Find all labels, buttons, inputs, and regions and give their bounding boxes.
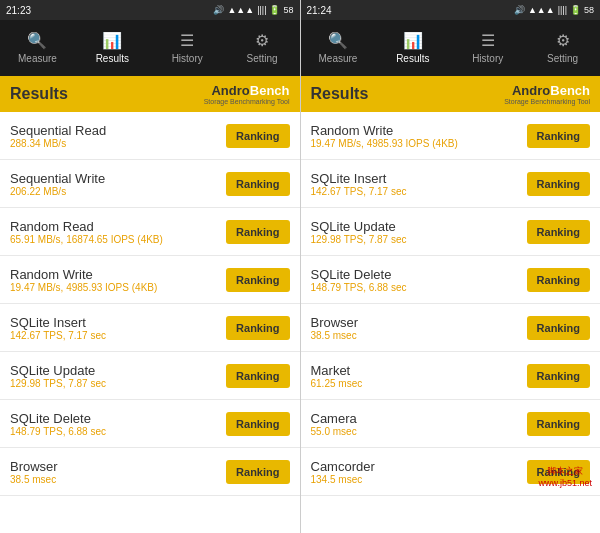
result-name: SQLite Insert [311,171,407,186]
nav-item-results[interactable]: 📊 Results [375,20,450,76]
ranking-button[interactable]: Ranking [226,124,289,148]
result-row: SQLite Delete 148.79 TPS, 6.88 sec Ranki… [301,256,601,304]
result-info: Market 61.25 msec [311,363,363,389]
ranking-button[interactable]: Ranking [226,220,289,244]
ranking-button[interactable]: Ranking [226,268,289,292]
result-value: 142.67 TPS, 7.17 sec [311,186,407,197]
ranking-button[interactable]: Ranking [226,460,289,484]
result-value: 288.34 MB/s [10,138,106,149]
wifi-icon: ▲▲▲ [528,5,555,15]
ranking-button[interactable]: Ranking [527,220,590,244]
result-info: SQLite Insert 142.67 TPS, 7.17 sec [311,171,407,197]
result-info: SQLite Delete 148.79 TPS, 6.88 sec [311,267,407,293]
nav-label-measure: Measure [318,53,357,64]
logo-andro: Andro [512,83,550,98]
result-info: Sequential Read 288.34 MB/s [10,123,106,149]
ranking-button[interactable]: Ranking [226,172,289,196]
status-icons-right: 🔊 ▲▲▲ |||| 🔋 58 [213,5,293,15]
result-value: 148.79 TPS, 6.88 sec [10,426,106,437]
nav-item-history[interactable]: ☰ History [450,20,525,76]
result-row: SQLite Update 129.98 TPS, 7.87 sec Ranki… [0,352,300,400]
result-value: 65.91 MB/s, 16874.65 IOPS (4KB) [10,234,163,245]
nav-label-setting: Setting [246,53,277,64]
result-name: Market [311,363,363,378]
result-info: Random Write 19.47 MB/s, 4985.93 IOPS (4… [10,267,157,293]
result-name: Random Write [10,267,157,282]
nav-item-measure[interactable]: 🔍 Measure [301,20,376,76]
logo-bench: Bench [250,83,290,98]
result-name: SQLite Update [10,363,106,378]
ranking-button[interactable]: Ranking [527,268,590,292]
signal-icon: |||| [558,5,567,15]
androbench-logo: AndroBench Storage Benchmarking Tool [204,83,290,105]
ranking-button[interactable]: Ranking [226,412,289,436]
result-info: Browser 38.5 msec [10,459,58,485]
result-name: Browser [311,315,359,330]
status-bar: 21:23 🔊 ▲▲▲ |||| 🔋 58 [0,0,300,20]
result-value: 206.22 MB/s [10,186,105,197]
result-row: Random Read 65.91 MB/s, 16874.65 IOPS (4… [0,208,300,256]
ranking-button[interactable]: Ranking [527,460,590,484]
result-name: Random Write [311,123,458,138]
result-info: SQLite Delete 148.79 TPS, 6.88 sec [10,411,106,437]
result-row: Sequential Write 206.22 MB/s Ranking [0,160,300,208]
result-name: SQLite Update [311,219,407,234]
ranking-button[interactable]: Ranking [226,316,289,340]
logo-sub: Storage Benchmarking Tool [504,98,590,105]
nav-label-setting: Setting [547,53,578,64]
status-time: 21:24 [307,5,332,16]
results-title: Results [10,85,68,103]
result-name: SQLite Delete [10,411,106,426]
result-name: Camera [311,411,357,426]
logo-name: AndroBench [211,83,289,98]
nav-bar: 🔍 Measure 📊 Results ☰ History ⚙ Setting [0,20,300,76]
status-time: 21:23 [6,5,31,16]
result-value: 142.67 TPS, 7.17 sec [10,330,106,341]
panel-right: 21:24 🔊 ▲▲▲ |||| 🔋 58 🔍 Measure 📊 Result… [301,0,601,533]
result-row: Sequential Read 288.34 MB/s Ranking [0,112,300,160]
result-info: Sequential Write 206.22 MB/s [10,171,105,197]
result-info: Random Write 19.47 MB/s, 4985.93 IOPS (4… [311,123,458,149]
header-bar: Results AndroBench Storage Benchmarking … [0,76,300,112]
battery-level: 58 [283,5,293,15]
results-icon: 📊 [102,33,122,49]
nav-item-setting[interactable]: ⚙ Setting [225,20,300,76]
nav-item-results[interactable]: 📊 Results [75,20,150,76]
result-row: SQLite Insert 142.67 TPS, 7.17 sec Ranki… [0,304,300,352]
nav-label-results: Results [396,53,429,64]
result-name: Sequential Read [10,123,106,138]
history-icon: ☰ [481,33,495,49]
ranking-button[interactable]: Ranking [527,316,590,340]
wifi-icon: ▲▲▲ [227,5,254,15]
setting-icon: ⚙ [556,33,570,49]
nav-item-measure[interactable]: 🔍 Measure [0,20,75,76]
ranking-button[interactable]: Ranking [226,364,289,388]
result-name: Random Read [10,219,163,234]
result-value: 61.25 msec [311,378,363,389]
nav-label-results: Results [96,53,129,64]
result-row: SQLite Update 129.98 TPS, 7.87 sec Ranki… [301,208,601,256]
measure-icon: 🔍 [328,33,348,49]
result-info: Camcorder 134.5 msec [311,459,375,485]
ranking-button[interactable]: Ranking [527,364,590,388]
logo-andro: Andro [211,83,249,98]
result-value: 129.98 TPS, 7.87 sec [311,234,407,245]
nav-item-setting[interactable]: ⚙ Setting [525,20,600,76]
ranking-button[interactable]: Ranking [527,124,590,148]
signal-icon: |||| [257,5,266,15]
results-list: Random Write 19.47 MB/s, 4985.93 IOPS (4… [301,112,601,533]
ranking-button[interactable]: Ranking [527,412,590,436]
result-value: 19.47 MB/s, 4985.93 IOPS (4KB) [311,138,458,149]
results-list: Sequential Read 288.34 MB/s Ranking Sequ… [0,112,300,533]
nav-item-history[interactable]: ☰ History [150,20,225,76]
result-row: Random Write 19.47 MB/s, 4985.93 IOPS (4… [0,256,300,304]
header-bar: Results AndroBench Storage Benchmarking … [301,76,601,112]
battery-icon: 🔋 [269,5,280,15]
ranking-button[interactable]: Ranking [527,172,590,196]
status-bar: 21:24 🔊 ▲▲▲ |||| 🔋 58 [301,0,601,20]
nav-bar: 🔍 Measure 📊 Results ☰ History ⚙ Setting [301,20,601,76]
result-info: Browser 38.5 msec [311,315,359,341]
result-name: SQLite Insert [10,315,106,330]
results-title: Results [311,85,369,103]
logo-name: AndroBench [512,83,590,98]
